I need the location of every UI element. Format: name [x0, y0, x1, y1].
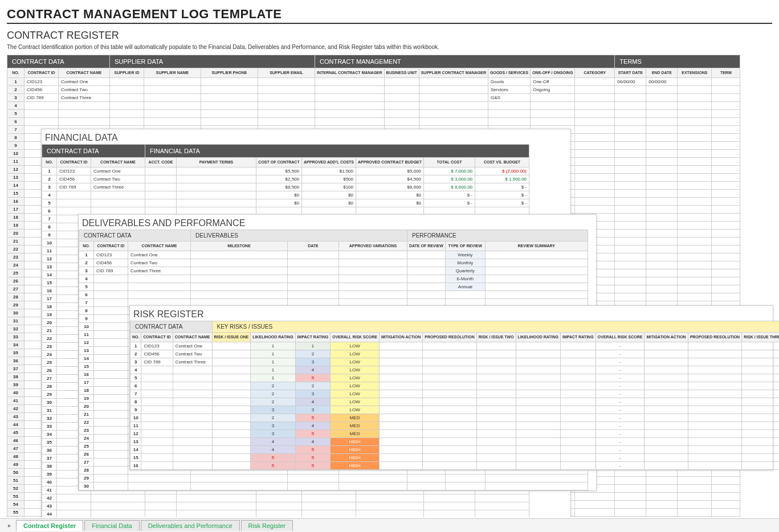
cell[interactable]: [94, 434, 128, 442]
cell[interactable]: $ 7,000.00: [424, 167, 475, 175]
cell[interactable]: [688, 461, 742, 469]
cell[interactable]: [94, 338, 128, 346]
cell[interactable]: [212, 374, 251, 382]
cell[interactable]: 5: [295, 374, 331, 382]
cell[interactable]: 6: [79, 290, 94, 298]
cell[interactable]: [94, 426, 128, 434]
cell[interactable]: [561, 445, 596, 453]
cell[interactable]: [678, 285, 712, 293]
cell[interactable]: [516, 414, 560, 421]
cell[interactable]: 33: [7, 333, 25, 341]
cell[interactable]: [423, 358, 477, 366]
cell[interactable]: [575, 141, 615, 149]
cell[interactable]: 3: [295, 390, 331, 398]
cell[interactable]: [476, 429, 516, 437]
cell[interactable]: [646, 500, 678, 508]
cell[interactable]: [339, 267, 407, 275]
cell[interactable]: 2: [130, 350, 141, 358]
cell[interactable]: [712, 237, 740, 245]
cell[interactable]: [419, 109, 488, 117]
cell[interactable]: 00/00/00: [646, 77, 678, 85]
cell[interactable]: 27: [42, 374, 57, 382]
cell[interactable]: [94, 386, 128, 394]
cell[interactable]: [59, 117, 110, 125]
cell[interactable]: [110, 117, 144, 125]
cell[interactable]: [516, 374, 560, 382]
cell[interactable]: [678, 149, 712, 157]
cell[interactable]: [516, 350, 560, 358]
cell[interactable]: 30: [42, 398, 57, 406]
cell[interactable]: [561, 398, 596, 406]
cell[interactable]: [742, 437, 779, 445]
cell[interactable]: [678, 213, 712, 221]
cell[interactable]: [424, 494, 475, 502]
cell[interactable]: [516, 429, 560, 437]
cell[interactable]: [712, 492, 740, 500]
cell[interactable]: 18: [79, 386, 94, 394]
cell[interactable]: [212, 421, 251, 429]
cell[interactable]: [380, 406, 423, 414]
cell[interactable]: [561, 453, 596, 461]
cell[interactable]: 12: [7, 165, 25, 173]
cell[interactable]: [94, 418, 128, 426]
cell[interactable]: [712, 93, 740, 101]
cell[interactable]: $ -: [475, 183, 529, 191]
cell[interactable]: 23: [7, 253, 25, 261]
cell[interactable]: [423, 390, 477, 398]
cell[interactable]: –: [596, 374, 645, 382]
cell[interactable]: 2: [42, 175, 57, 183]
cell[interactable]: [94, 458, 128, 466]
cell[interactable]: $8,500: [256, 183, 302, 191]
cell[interactable]: HIGH: [331, 437, 380, 445]
cell[interactable]: [110, 93, 144, 101]
cell[interactable]: [25, 117, 59, 125]
cell[interactable]: [742, 406, 779, 414]
cell[interactable]: 56: [7, 516, 25, 517]
cell[interactable]: –: [596, 350, 645, 358]
cell[interactable]: [94, 450, 128, 458]
cell[interactable]: Contract One: [59, 77, 110, 85]
cell[interactable]: [407, 290, 446, 298]
cell[interactable]: [615, 221, 646, 229]
cell[interactable]: [575, 109, 615, 117]
cell[interactable]: $5,000: [356, 167, 424, 175]
cell[interactable]: [423, 398, 477, 406]
cell[interactable]: 4: [130, 366, 141, 374]
cell[interactable]: $0: [256, 199, 302, 207]
cell[interactable]: [712, 269, 740, 277]
cell[interactable]: [380, 350, 423, 358]
cell[interactable]: [645, 453, 688, 461]
cell[interactable]: [380, 414, 423, 421]
cell[interactable]: [488, 109, 531, 117]
cell[interactable]: [561, 366, 596, 374]
cell[interactable]: [212, 437, 251, 445]
cell[interactable]: [356, 502, 424, 510]
cell[interactable]: 27: [7, 285, 25, 293]
cell[interactable]: Contract Two: [91, 175, 145, 183]
cell[interactable]: [173, 414, 212, 421]
cell[interactable]: [423, 429, 477, 437]
cell[interactable]: Contract Three: [91, 183, 145, 191]
cell[interactable]: [742, 398, 779, 406]
cell[interactable]: [712, 516, 740, 517]
cell[interactable]: 34: [7, 341, 25, 349]
cell[interactable]: [742, 342, 779, 350]
cell[interactable]: [488, 117, 531, 125]
cell[interactable]: [191, 259, 288, 267]
cell[interactable]: 9: [7, 141, 25, 149]
cell[interactable]: [423, 414, 477, 421]
cell[interactable]: 28: [42, 382, 57, 390]
cell[interactable]: 41: [42, 486, 57, 494]
cell[interactable]: [646, 205, 678, 213]
cell[interactable]: [94, 275, 128, 283]
cell[interactable]: [57, 510, 91, 517]
cell[interactable]: CID456: [25, 85, 59, 93]
cell[interactable]: [201, 85, 258, 93]
cell[interactable]: [315, 93, 385, 101]
cell[interactable]: [315, 109, 385, 117]
cell[interactable]: $ 1,500.00: [475, 175, 529, 183]
cell[interactable]: 12: [79, 338, 94, 346]
cell[interactable]: CID123: [94, 251, 128, 259]
cell[interactable]: 37: [42, 454, 57, 462]
cell[interactable]: –: [596, 429, 645, 437]
